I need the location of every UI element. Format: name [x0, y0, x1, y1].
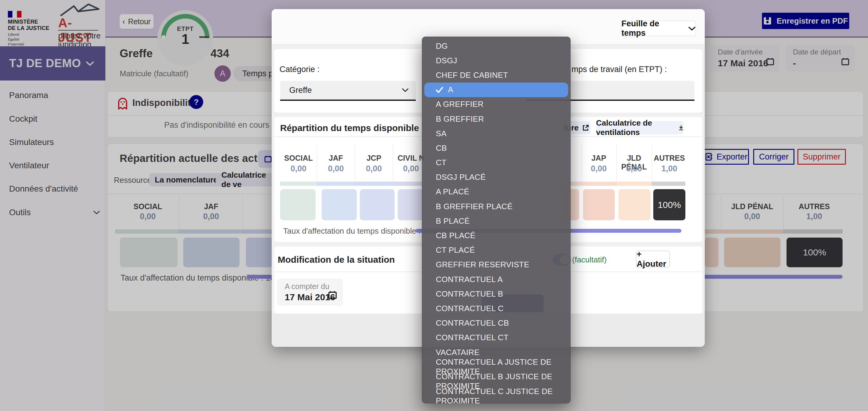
dropdown-option[interactable]: CONTRACTUEL CT: [422, 331, 570, 345]
effective-date-label: A compter du: [285, 282, 343, 291]
effective-date-field[interactable]: A compter du 17 Mai 2016: [277, 278, 343, 306]
dropdown-option[interactable]: DSGJ PLACÉ: [422, 170, 570, 184]
chevron-down-icon: [402, 88, 408, 92]
optional-label: (facultatif): [572, 255, 607, 265]
column-separator: [317, 144, 317, 181]
ratio-strip-segment: [563, 181, 616, 186]
ratio-strip-segment: [355, 181, 393, 186]
dropdown-option[interactable]: CT PLACÉ: [422, 243, 570, 258]
column-header: JAF: [317, 154, 355, 163]
column-header: AUTRES: [652, 154, 687, 163]
column-header: JAP: [581, 154, 616, 163]
activity-block[interactable]: [398, 189, 424, 220]
ventilation-calculator-button[interactable]: Calculatrice de ventilations: [596, 121, 684, 134]
dropdown-option[interactable]: GREFFIER RESERVISTE: [422, 258, 570, 272]
dropdown-option[interactable]: A GREFFIER: [422, 97, 570, 112]
column-value: 0,00: [280, 164, 317, 173]
dropdown-option[interactable]: CONTRACTUEL A: [422, 272, 570, 286]
dropdown-option[interactable]: CHEF DE CABINET: [422, 68, 570, 82]
app-window: MINISTÈRE DE LA JUSTICE Liberté Égalité …: [0, 0, 868, 411]
column-value: 1,00: [652, 164, 687, 173]
column-value: 0,00: [616, 164, 652, 173]
dropdown-option[interactable]: B GREFFIER: [422, 112, 570, 126]
dropdown-option-selected[interactable]: A: [424, 82, 568, 97]
dropdown-option[interactable]: DSGJ: [422, 53, 570, 68]
dropdown-option[interactable]: SA: [422, 126, 570, 141]
external-link-icon: [582, 125, 589, 131]
dropdown-option[interactable]: A PLACÉ: [422, 184, 570, 199]
sheet-type-select[interactable]: Feuille de temps: [621, 21, 696, 36]
add-button[interactable]: + Ajouter: [636, 250, 670, 268]
dropdown-option[interactable]: CONTRACTUEL CB: [422, 316, 570, 331]
ratio-strip-segment: [317, 181, 355, 186]
ratio-strip-segment: [393, 181, 422, 186]
dropdown-option[interactable]: CONTRACTUEL C JUSTICE DE PROXIMITE: [422, 389, 570, 404]
column-header: JCP: [355, 154, 393, 163]
column-value: 0,00: [317, 164, 355, 173]
ratio-strip-segment: [652, 181, 685, 186]
dropdown-option[interactable]: CT: [422, 156, 570, 170]
activity-block[interactable]: [618, 189, 651, 220]
worktime-label: mps de travail (en ETPT) :: [571, 65, 667, 74]
time-distribution-title: Répartition du temps disponible: [280, 123, 419, 133]
activity-block[interactable]: [583, 189, 615, 220]
column-separator: [652, 144, 652, 181]
ratio-strip-segment: [280, 181, 317, 186]
activity-block[interactable]: [280, 189, 316, 220]
chevron-down-icon: [688, 26, 695, 31]
dropdown-option[interactable]: B GREFFIER PLACÉ: [422, 199, 570, 214]
activity-block[interactable]: [322, 189, 357, 220]
modification-title: Modification de la situation: [278, 254, 395, 265]
category-select[interactable]: Greffe: [280, 81, 416, 101]
dropdown-option[interactable]: B PLACÉ: [422, 214, 570, 228]
column-value: 0,00: [581, 164, 616, 173]
check-icon: [436, 87, 444, 93]
dropdown-option[interactable]: CB PLACÉ: [422, 228, 570, 243]
column-separator: [581, 144, 582, 181]
download-icon: [679, 125, 684, 131]
category-dropdown: DG DSGJ CHEF DE CABINET A A GREFFIER B G…: [422, 37, 570, 404]
category-label: Catégorie :: [280, 65, 319, 74]
calendar-icon: [328, 290, 337, 299]
column-header: SOCIAL: [280, 154, 317, 163]
autres-percent-box[interactable]: 100%: [653, 189, 685, 220]
activity-block[interactable]: [360, 189, 395, 220]
dropdown-option[interactable]: CONTRACTUEL C: [422, 301, 570, 316]
dropdown-option[interactable]: DG: [422, 39, 570, 53]
dropdown-option[interactable]: CONTRACTUEL B: [422, 286, 570, 301]
dropdown-option[interactable]: CB: [422, 141, 570, 155]
column-separator: [393, 144, 393, 181]
column-separator: [355, 144, 355, 181]
ratio-strip-segment: [616, 181, 652, 186]
column-value: 0,00: [355, 164, 393, 173]
